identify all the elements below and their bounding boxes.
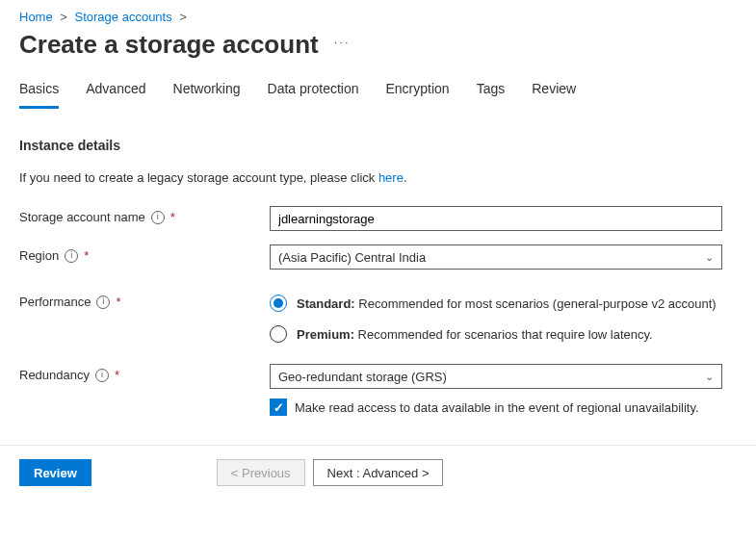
tab-networking[interactable]: Networking	[173, 77, 241, 109]
tab-encryption[interactable]: Encryption	[386, 77, 450, 109]
required-indicator: *	[170, 210, 175, 224]
info-icon[interactable]: i	[151, 211, 165, 224]
tab-review[interactable]: Review	[532, 77, 576, 109]
legacy-suffix: .	[404, 170, 407, 185]
tab-tags[interactable]: Tags	[477, 77, 506, 109]
perf-standard-desc: Recommended for most scenarios (general-…	[355, 296, 717, 311]
legacy-prefix: If you need to create a legacy storage a…	[19, 170, 378, 185]
region-label: Region	[19, 248, 59, 263]
performance-premium-radio[interactable]: Premium: Recommended for scenarios that …	[270, 325, 722, 343]
chevron-down-icon: ⌄	[705, 251, 714, 264]
breadcrumb: Home > Storage accounts >	[19, 10, 737, 24]
performance-label: Performance	[19, 295, 91, 309]
region-select[interactable]: (Asia Pacific) Central India ⌄	[270, 244, 722, 270]
info-icon[interactable]: i	[96, 296, 110, 309]
required-indicator: *	[116, 295, 120, 309]
legacy-link[interactable]: here	[378, 170, 404, 185]
chevron-right-icon: >	[60, 10, 67, 24]
breadcrumb-home[interactable]: Home	[19, 10, 53, 24]
page-title: Create a storage account	[19, 30, 319, 60]
region-value: (Asia Pacific) Central India	[278, 250, 426, 265]
tab-advanced[interactable]: Advanced	[86, 77, 145, 109]
perf-premium-title: Premium:	[297, 327, 354, 342]
previous-button: < Previous	[217, 459, 305, 486]
footer: Review < Previous Next : Advanced >	[0, 446, 756, 500]
tab-data-protection[interactable]: Data protection	[268, 77, 359, 109]
chevron-down-icon: ⌄	[705, 371, 714, 383]
breadcrumb-storage-accounts[interactable]: Storage accounts	[75, 10, 172, 24]
performance-standard-radio[interactable]: Standard: Recommended for most scenarios…	[270, 295, 722, 312]
redundancy-select[interactable]: Geo-redundant storage (GRS) ⌄	[270, 364, 722, 389]
info-icon[interactable]: i	[65, 249, 78, 263]
required-indicator: *	[115, 368, 119, 382]
read-access-checkbox[interactable]: ✓	[270, 399, 287, 416]
read-access-label: Make read access to data available in th…	[295, 400, 699, 415]
radio-icon	[270, 295, 287, 312]
review-button[interactable]: Review	[19, 459, 91, 486]
storage-account-name-label: Storage account name	[19, 210, 145, 224]
section-instance-details: Instance details	[19, 138, 737, 153]
radio-icon	[270, 325, 287, 343]
legacy-note: If you need to create a legacy storage a…	[19, 170, 737, 185]
info-icon[interactable]: i	[95, 369, 109, 382]
tab-basics[interactable]: Basics	[19, 77, 59, 109]
storage-account-name-input[interactable]	[270, 206, 722, 231]
chevron-right-icon: >	[179, 10, 187, 24]
perf-standard-title: Standard:	[297, 296, 355, 311]
tabs: Basics Advanced Networking Data protecti…	[19, 77, 737, 109]
perf-premium-desc: Recommended for scenarios that require l…	[354, 327, 653, 342]
redundancy-label: Redundancy	[19, 368, 90, 382]
required-indicator: *	[84, 248, 89, 263]
redundancy-value: Geo-redundant storage (GRS)	[278, 370, 447, 384]
more-actions-button[interactable]: ···	[334, 35, 351, 55]
next-button[interactable]: Next : Advanced >	[313, 459, 444, 486]
check-icon: ✓	[274, 400, 284, 415]
